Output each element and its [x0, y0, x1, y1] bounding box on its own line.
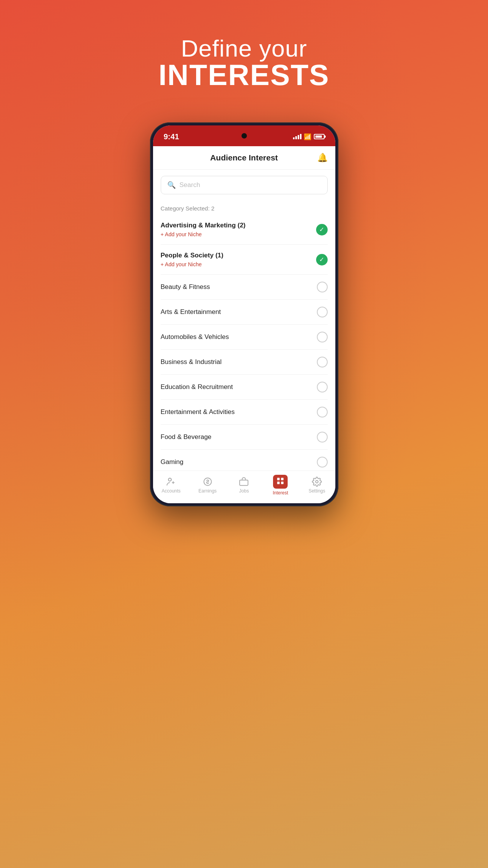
category-list: Advertising & Marketing (2) + Add your N… [161, 215, 328, 471]
category-title: People & Society (1) [161, 252, 316, 259]
status-bar: 9:41 📶 [153, 125, 335, 146]
add-niche-link[interactable]: + Add your Niche [161, 231, 316, 237]
category-title: Gaming [161, 458, 317, 466]
selected-check-icon: ✓ [316, 224, 328, 235]
category-section: Category Selected: 2 Advertising & Marke… [153, 200, 335, 471]
nav-item-accounts[interactable]: Accounts [160, 477, 183, 494]
radio-button[interactable] [317, 407, 328, 417]
category-title: Advertising & Marketing (2) [161, 222, 316, 229]
list-item[interactable]: Entertainment & Activities [161, 400, 328, 425]
list-item[interactable]: Advertising & Marketing (2) + Add your N… [161, 215, 328, 245]
category-title: Automobiles & Vehicles [161, 333, 317, 341]
category-selected-count: Category Selected: 2 [161, 200, 328, 215]
nav-label-earnings: Earnings [198, 488, 217, 494]
search-container: 🔍 Search [153, 170, 335, 200]
jobs-icon [239, 477, 249, 487]
phone-frame: 9:41 📶 Audience Interest 🔔 [150, 122, 338, 506]
search-icon: 🔍 [167, 181, 176, 189]
svg-rect-7 [281, 478, 283, 480]
category-title: Beauty & Fitness [161, 283, 317, 291]
radio-button[interactable] [317, 332, 328, 342]
signal-icon [293, 134, 301, 139]
status-time: 9:41 [164, 132, 179, 141]
page-header: Define your INTERESTS [158, 35, 330, 92]
search-input[interactable]: Search [180, 181, 200, 189]
earnings-icon [203, 477, 213, 487]
category-title: Education & Recruitment [161, 383, 317, 391]
radio-button[interactable] [317, 282, 328, 292]
app-header: Audience Interest 🔔 [153, 146, 335, 170]
nav-label-interest: Interest [273, 490, 288, 496]
interest-icon-bg [273, 475, 288, 489]
list-item[interactable]: Gaming [161, 450, 328, 471]
nav-label-settings: Settings [308, 488, 325, 494]
nav-item-jobs[interactable]: Jobs [232, 477, 255, 494]
radio-button[interactable] [317, 432, 328, 442]
category-title: Food & Beverage [161, 433, 317, 441]
add-niche-link[interactable]: + Add your Niche [161, 261, 316, 267]
radio-button[interactable] [317, 457, 328, 467]
svg-rect-8 [277, 482, 280, 484]
svg-point-10 [316, 481, 318, 483]
list-item[interactable]: Business & Industrial [161, 350, 328, 375]
list-item[interactable]: Beauty & Fitness [161, 275, 328, 300]
search-box[interactable]: 🔍 Search [161, 176, 328, 194]
nav-item-settings[interactable]: Settings [305, 477, 328, 494]
category-title: Arts & Entertainment [161, 308, 317, 316]
nav-item-interest[interactable]: Interest [269, 475, 292, 496]
radio-button[interactable] [317, 307, 328, 317]
notification-bell-icon[interactable]: 🔔 [317, 153, 328, 163]
nav-item-earnings[interactable]: Earnings [196, 477, 219, 494]
svg-rect-5 [240, 480, 248, 486]
category-title: Entertainment & Activities [161, 408, 317, 416]
status-icons: 📶 [293, 133, 325, 140]
selected-check-icon: ✓ [316, 254, 328, 265]
list-item[interactable]: Food & Beverage [161, 425, 328, 450]
list-item[interactable]: Education & Recruitment [161, 375, 328, 400]
category-title: Business & Industrial [161, 358, 317, 366]
accounts-icon [166, 477, 176, 487]
settings-icon [312, 477, 322, 487]
svg-rect-9 [281, 482, 283, 484]
interest-icon [276, 477, 285, 485]
battery-icon [314, 134, 325, 139]
radio-button[interactable] [317, 357, 328, 367]
list-item[interactable]: People & Society (1) + Add your Niche ✓ [161, 245, 328, 275]
nav-label-accounts: Accounts [162, 488, 180, 494]
camera-notch [242, 133, 247, 139]
svg-rect-6 [277, 478, 280, 480]
bottom-navigation: Accounts Earnings Jobs [153, 471, 335, 503]
nav-label-jobs: Jobs [239, 488, 249, 494]
app-title: Audience Interest [210, 153, 278, 162]
wifi-icon: 📶 [304, 133, 311, 140]
header-interests: INTERESTS [158, 58, 330, 92]
phone-screen: 9:41 📶 Audience Interest 🔔 [153, 125, 335, 503]
svg-point-3 [168, 478, 172, 481]
list-item[interactable]: Automobiles & Vehicles [161, 325, 328, 350]
list-item[interactable]: Arts & Entertainment [161, 300, 328, 325]
radio-button[interactable] [317, 382, 328, 392]
